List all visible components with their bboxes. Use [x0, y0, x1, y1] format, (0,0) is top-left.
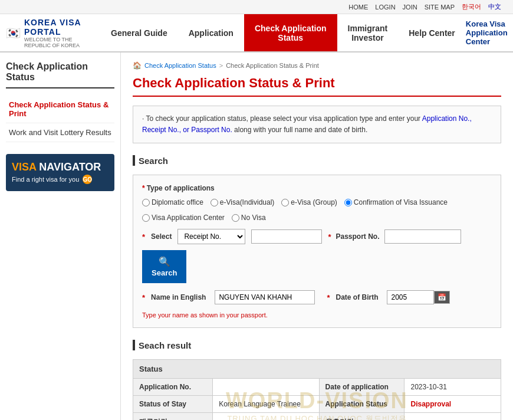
name-hint: Type your name as shown in your passport… — [142, 311, 492, 319]
type-label: * Type of applications — [142, 184, 215, 192]
sidebar-item-check-status[interactable]: Check Application Status & Print — [6, 96, 114, 123]
nav-right[interactable]: Korea Visa Application Center — [466, 19, 513, 46]
radio-evisa-group-input[interactable] — [281, 199, 289, 206]
radio-confirmation-label: Confirmation of Visa Issuance — [354, 198, 448, 206]
sitemap-link[interactable]: SITE MAP — [425, 4, 455, 11]
name-input[interactable] — [215, 290, 315, 304]
go-button[interactable]: GO — [83, 175, 92, 184]
receipt-input[interactable] — [251, 229, 322, 244]
col-app-status: Application Status — [319, 396, 405, 413]
status-group-header: Status — [133, 360, 501, 379]
radio-evisa-ind-label: e-Visa(Individual) — [220, 198, 275, 206]
col-app-no: Application No. — [133, 379, 213, 396]
calendar-button[interactable]: 📅 — [434, 291, 450, 304]
nav-check-status[interactable]: Check ApplicationStatus — [244, 14, 337, 51]
select-dropdown[interactable]: Receipt No. Application No. Passport No. — [177, 229, 245, 244]
info-text: · To check your application status, plea… — [142, 114, 422, 123]
dob-wrap: 📅 — [387, 290, 450, 304]
section-bar-icon — [133, 155, 135, 166]
val-app-status: Disapproval — [405, 396, 501, 413]
radio-evisa-group-label: e-Visa (Group) — [291, 198, 337, 206]
col-status-stay: Status of Stay — [133, 396, 213, 413]
required-star5: * — [327, 293, 330, 302]
name-row: * Name in English * Date of Birth 📅 — [142, 290, 492, 304]
col-jaeryu: 재류기간 — [133, 413, 213, 420]
breadcrumb-check-status[interactable]: Check Application Status — [144, 62, 216, 69]
results-section-label: Seach result — [139, 340, 191, 350]
required-star4: * — [142, 293, 145, 302]
radio-diplomatic[interactable]: Diplomatic office — [142, 198, 203, 206]
radio-evisa-ind[interactable]: e-Visa(Individual) — [211, 198, 275, 206]
radio-diplomatic-input[interactable] — [142, 199, 150, 206]
login-link[interactable]: LOGIN — [375, 4, 395, 11]
results-section-header: Seach result — [133, 340, 501, 350]
radio-confirmation-input[interactable] — [344, 199, 352, 206]
radio-vac[interactable]: Visa Application Center — [142, 214, 225, 222]
logo-area: 🇰🇷 KOREA VISA PORTAL WELCOME TO THE REPU… — [6, 18, 100, 48]
breadcrumb: 🏠 Check Application Status > Check Appli… — [133, 61, 501, 70]
join-link[interactable]: JOIN — [403, 4, 417, 11]
logo-title: KOREA VISA PORTAL — [24, 18, 100, 37]
radio-diplomatic-label: Diplomatic office — [152, 198, 203, 206]
val-app-no — [213, 379, 319, 396]
sidebar: Check Application Status Check Applicati… — [0, 52, 121, 420]
search-button[interactable]: 🔍 Search — [142, 250, 186, 283]
radio-vac-input[interactable] — [142, 214, 150, 222]
col-yuhyo: 유효기간 — [319, 413, 405, 420]
nav-application[interactable]: Application — [178, 14, 244, 51]
top-bar: HOME LOGIN JOIN SITE MAP 한국어 中文 — [0, 0, 513, 14]
visa-navigator[interactable]: VISA NAVIGATOR Find a right visa for you… — [6, 154, 114, 191]
flag-icon: 🇰🇷 — [6, 26, 21, 40]
breadcrumb-sep: > — [219, 62, 223, 69]
table-row: 재류기간 유효기간 — [133, 413, 501, 420]
visa-navigator-title: VISA NAVIGATOR — [12, 161, 108, 173]
info-box: · To check your application status, plea… — [133, 106, 501, 143]
col-date-app: Date of application — [319, 379, 405, 396]
header: 🇰🇷 KOREA VISA PORTAL WELCOME TO THE REPU… — [0, 14, 513, 52]
radio-evisa-ind-input[interactable] — [211, 199, 218, 206]
sidebar-title: Check Application Status — [6, 61, 114, 88]
required-star3: * — [328, 232, 331, 241]
home-link[interactable]: HOME — [348, 4, 368, 11]
search-icon: 🔍 — [159, 256, 170, 267]
type-label-text: Type of applications — [147, 184, 215, 192]
results-table: Status Application No. Date of applicati… — [133, 359, 501, 420]
dob-label: Date of Birth — [336, 293, 378, 301]
page-title: Check Application Status & Print — [133, 76, 501, 97]
select-row: * Select Receipt No. Application No. Pas… — [142, 229, 492, 283]
nav-general-guide[interactable]: General Guide — [100, 14, 178, 51]
radio-group: Diplomatic office e-Visa(Individual) e-V… — [142, 198, 492, 222]
info-text2: along with your full name and date of bi… — [234, 126, 367, 134]
nav-help[interactable]: Help Center — [398, 14, 466, 51]
main-nav: General Guide Application Check Applicat… — [100, 14, 466, 51]
passport-label: Passport No. — [336, 232, 379, 241]
passport-input[interactable] — [384, 229, 461, 244]
search-section-label: Search — [139, 156, 168, 166]
home-icon: 🏠 — [133, 61, 142, 70]
nav-immigrant[interactable]: ImmigrantInvestor — [337, 14, 399, 51]
chinese-lang-link[interactable]: 中文 — [488, 2, 501, 11]
required-star2: * — [142, 232, 145, 241]
dob-input[interactable] — [387, 290, 434, 304]
korean-lang-link[interactable]: 한국어 — [462, 2, 481, 11]
radio-novisa-label: No Visa — [241, 214, 266, 222]
radio-evisa-group[interactable]: e-Visa (Group) — [281, 198, 337, 206]
radio-confirmation[interactable]: Confirmation of Visa Issuance — [344, 198, 448, 206]
val-jaeryu — [213, 413, 319, 420]
sidebar-item-lottery[interactable]: Work and Visit Lottery Results — [6, 123, 114, 142]
search-section-header: Search — [133, 155, 501, 166]
val-date-app: 2023-10-31 — [405, 379, 501, 396]
table-row: Status of Stay Korean Language Trainee A… — [133, 396, 501, 413]
korea-visa-center-label: Korea Visa Application Center — [466, 19, 508, 46]
results-section: WORLD-VISION TRUNG TAM DU HOC HAN QUOC 월… — [133, 340, 501, 420]
radio-novisa[interactable]: No Visa — [232, 214, 266, 222]
page-container: Check Application Status Check Applicati… — [0, 52, 513, 420]
search-form: * Type of applications Diplomatic office… — [133, 175, 501, 328]
name-label: Name in English — [151, 293, 206, 301]
radio-novisa-input[interactable] — [232, 214, 239, 222]
required-star: * — [142, 184, 145, 192]
breadcrumb-current: Check Application Status & Print — [226, 62, 319, 69]
visa-word: VISA — [12, 161, 36, 173]
table-row: Application No. Date of application 2023… — [133, 379, 501, 396]
select-label: Select — [151, 232, 172, 241]
